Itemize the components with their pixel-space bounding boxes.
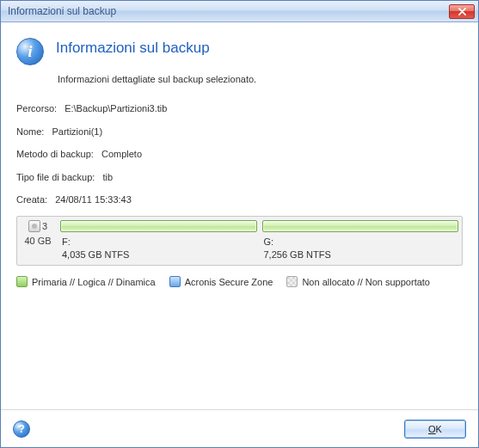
- partition-g-letter: G:: [264, 236, 458, 249]
- partition-g-sizefs: 7,256 GB NTFS: [264, 249, 458, 261]
- method-value: Completo: [101, 147, 142, 162]
- created-value: 24/08/11 15:33:43: [55, 193, 132, 207]
- method-label: Metodo di backup:: [16, 147, 94, 162]
- content-area: i Informazioni sul backup Informazioni d…: [1, 22, 478, 287]
- disk-block: 3 40 GB F: 4,035 GB NTFS G: 7,256 GB NTF…: [16, 216, 463, 267]
- detail-path: Percorso: E:\Backup\Partizioni3.tib: [16, 101, 463, 116]
- footer: ? OK: [1, 409, 478, 447]
- partition-g-bar: [262, 220, 459, 232]
- help-button[interactable]: ?: [13, 420, 30, 438]
- partition-f: F: 4,035 GB NTFS: [60, 220, 257, 262]
- details-block: Percorso: E:\Backup\Partizioni3.tib Nome…: [16, 101, 463, 207]
- legend-asz: Acronis Secure Zone: [169, 276, 273, 287]
- partition-f-bar: [60, 220, 257, 232]
- legend-primary-text: Primaria // Logica // Dinamica: [32, 277, 156, 287]
- name-value: Partizioni(1): [52, 125, 102, 139]
- swatch-unalloc-icon: [286, 276, 298, 287]
- detail-method: Metodo di backup: Completo: [16, 147, 463, 162]
- partition-f-label: F: 4,035 GB NTFS: [60, 236, 257, 262]
- path-label: Percorso:: [16, 101, 57, 116]
- close-button[interactable]: [449, 4, 475, 19]
- ok-button[interactable]: OK: [404, 420, 466, 439]
- titlebar-text: Informazioni sul backup: [8, 5, 449, 17]
- legend-unalloc-text: Non allocato // Non supportato: [302, 277, 430, 287]
- detail-name: Nome: Partizioni(1): [16, 125, 463, 139]
- partition-g: G: 7,256 GB NTFS: [262, 220, 459, 262]
- swatch-asz-icon: [169, 276, 181, 287]
- dialog-window: Informazioni sul backup i Informazioni s…: [0, 0, 479, 448]
- detail-created: Creata: 24/08/11 15:33:43: [16, 193, 463, 207]
- legend-primary: Primaria // Logica // Dinamica: [16, 276, 156, 287]
- ok-rest: K: [436, 424, 442, 434]
- detail-type: Tipo file di backup: tib: [16, 170, 463, 185]
- page-title: Informazioni sul backup: [56, 40, 210, 57]
- ok-underline: O: [428, 424, 436, 434]
- legend-asz-text: Acronis Secure Zone: [185, 277, 273, 287]
- disk-icon: [28, 220, 40, 232]
- path-value: E:\Backup\Partizioni3.tib: [64, 101, 167, 116]
- swatch-primary-icon: [16, 276, 28, 287]
- info-icon: i: [16, 38, 44, 65]
- titlebar: Informazioni sul backup: [1, 1, 478, 22]
- created-label: Creata:: [16, 193, 47, 207]
- partition-f-sizefs: 4,035 GB NTFS: [62, 249, 255, 261]
- legend-unalloc: Non allocato // Non supportato: [286, 276, 430, 287]
- name-label: Nome:: [16, 125, 44, 139]
- type-label: Tipo file di backup:: [16, 170, 95, 185]
- disk-meta: 3 40 GB: [21, 220, 55, 262]
- disk-number: 3: [42, 221, 47, 231]
- legend: Primaria // Logica // Dinamica Acronis S…: [16, 276, 463, 287]
- partition-f-letter: F:: [62, 236, 255, 249]
- page-subtitle: Informazioni dettagliate sul backup sele…: [58, 74, 463, 84]
- type-value: tib: [102, 170, 113, 185]
- header-row: i Informazioni sul backup: [16, 38, 463, 65]
- disk-capacity: 40 GB: [21, 236, 55, 246]
- partition-g-label: G: 7,256 GB NTFS: [262, 236, 459, 262]
- close-icon: [458, 8, 466, 15]
